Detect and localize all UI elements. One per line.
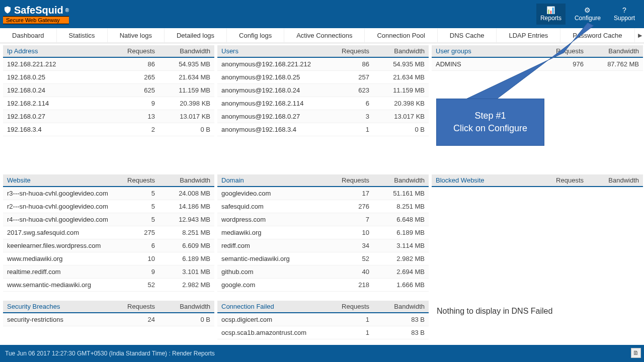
cell-bandwidth: 2.694 MB (369, 268, 425, 276)
cell-requests: 1 (324, 126, 369, 133)
cell-bandwidth: 87.762 MB (584, 60, 639, 68)
header-bandwidth: Bandwidth (584, 47, 639, 55)
table-row[interactable]: ocsp.sca1b.amazontrust.com183 B (217, 326, 429, 339)
cell-bandwidth: 8.251 MB (369, 203, 425, 210)
cell-bandwidth: 11.159 MB (155, 86, 210, 94)
tab-password-cache[interactable]: Password Cache (560, 29, 634, 42)
top-action-configure[interactable]: ⚙Configure (571, 4, 605, 25)
callout-box: Step #1 Click on Configure (436, 99, 544, 146)
top-action-label: Support (614, 15, 635, 22)
table-row[interactable]: realtime.rediff.com93.101 MB (3, 265, 214, 279)
panel-body: 192.168.221.2128654.935 MB192.168.0.2526… (3, 58, 214, 136)
cell-name: wordpress.com (221, 216, 324, 223)
table-row[interactable]: semantic-mediawiki.org522.982 MB (217, 252, 429, 265)
header-title: Users (221, 47, 324, 55)
table-row[interactable]: security-restrictions240 B (3, 313, 214, 326)
tab-dashboard[interactable]: Dashboard (0, 29, 57, 42)
tab-connection-pool[interactable]: Connection Pool (365, 29, 437, 42)
cell-requests: 7 (324, 216, 369, 223)
table-row[interactable]: 192.168.3.420 B (3, 123, 214, 136)
cell-requests: 9 (110, 268, 155, 276)
header-title: Blocked Website (436, 176, 538, 184)
cell-bandwidth: 24.008 MB (155, 190, 210, 197)
cell-name: rediff.com (221, 242, 324, 249)
table-row[interactable]: rediff.com343.114 MB (217, 239, 429, 252)
table-row[interactable]: github.com402.694 MB (217, 265, 429, 279)
cell-name: 192.168.2.114 (7, 100, 110, 107)
panel-breaches: Security BreachesRequestsBandwidthsecuri… (3, 301, 214, 339)
tab-config-logs[interactable]: Config logs (227, 29, 284, 42)
table-row[interactable]: keenlearner.files.wordpress.com66.609 MB (3, 239, 214, 252)
cell-bandwidth: 2.982 MB (369, 255, 425, 262)
panel-header: UsersRequestsBandwidth (217, 45, 429, 58)
table-row[interactable]: 192.168.2.114920.398 KB (3, 97, 214, 110)
table-row[interactable]: ocsp.digicert.com183 B (217, 313, 429, 326)
table-row[interactable]: 192.168.0.2462511.159 MB (3, 84, 214, 97)
table-row[interactable]: r2---sn-huoa-cvhl.googlevideo.com514.186… (3, 200, 214, 213)
cell-name: google.com (221, 281, 324, 289)
panel-blocked: Blocked WebsiteRequestsBandwidth (432, 174, 643, 298)
table-row[interactable]: r4---sn-huoa-cvhl.googlevideo.com512.943… (3, 213, 214, 226)
panel-header: Ip AddressRequestsBandwidth (3, 45, 214, 58)
cell-name: security-restrictions (7, 316, 110, 323)
top-action-reports[interactable]: 📊Reports (536, 4, 566, 25)
cell-bandwidth: 13.017 KB (369, 113, 425, 120)
header-requests: Requests (324, 176, 369, 184)
tab-ldap-entries[interactable]: LDAP Entries (497, 29, 560, 42)
table-row[interactable]: anonymous@192.168.221.2128654.935 MB (217, 58, 429, 71)
cell-name: googlevideo.com (221, 190, 324, 197)
cell-name: anonymous@192.168.3.4 (221, 126, 324, 133)
cell-requests: 5 (110, 216, 155, 223)
cell-name: 192.168.0.24 (7, 86, 110, 94)
callout-line2: Click on Configure (453, 123, 527, 134)
cell-bandwidth: 14.186 MB (155, 203, 210, 210)
table-row[interactable]: 192.168.0.2526521.634 MB (3, 71, 214, 84)
shield-icon (3, 6, 12, 15)
table-row[interactable]: anonymous@192.168.3.410 B (217, 123, 429, 136)
tabs-scroll-right[interactable]: ▶ (635, 32, 644, 39)
header-title: Ip Address (7, 47, 110, 55)
top-bar: SafeSquid® Secure Web Gateway 📊Reports⚙C… (0, 0, 644, 28)
table-row[interactable]: googlevideo.com1751.161 MB (217, 187, 429, 200)
table-row[interactable]: anonymous@192.168.0.2462311.159 MB (217, 84, 429, 97)
callout-line1: Step #1 (474, 111, 506, 121)
top-action-support[interactable]: ?Support (610, 4, 639, 25)
panel-body: security-restrictions240 B (3, 313, 214, 326)
panel-header: Blocked WebsiteRequestsBandwidth (432, 174, 643, 187)
header-requests: Requests (538, 176, 584, 184)
doc-icon[interactable]: 🗎 (631, 348, 641, 358)
header-bandwidth: Bandwidth (155, 47, 210, 55)
tab-detailed-logs[interactable]: Detailed logs (165, 29, 227, 42)
cell-requests: 40 (324, 268, 369, 276)
cell-bandwidth: 11.159 MB (369, 86, 425, 94)
cell-requests: 10 (324, 229, 369, 236)
table-row[interactable]: wordpress.com76.648 MB (217, 213, 429, 226)
tab-active-connections[interactable]: Active Connections (284, 29, 365, 42)
table-row[interactable]: anonymous@192.168.2.114620.398 KB (217, 97, 429, 110)
cell-requests: 52 (110, 281, 155, 289)
table-row[interactable]: mediawiki.org106.189 MB (217, 226, 429, 239)
panel-body: googlevideo.com1751.161 MBsafesquid.com2… (217, 187, 429, 292)
table-row[interactable]: 2017.swg.safesquid.com2758.251 MB (3, 226, 214, 239)
table-row[interactable]: r3---sn-huoa-cvhl.googlevideo.com524.008… (3, 187, 214, 200)
table-row[interactable]: 192.168.0.271313.017 KB (3, 110, 214, 123)
table-row[interactable]: google.com2181.666 MB (217, 279, 429, 292)
table-row[interactable]: anonymous@192.168.0.27313.017 KB (217, 110, 429, 123)
table-row[interactable]: www.mediawiki.org106.189 MB (3, 252, 214, 265)
table-row[interactable]: ADMINS97687.762 MB (432, 58, 643, 71)
tab-native-logs[interactable]: Native logs (108, 29, 165, 42)
cell-name: r4---sn-huoa-cvhl.googlevideo.com (7, 216, 110, 223)
panel-dnsfail: Nothing to display in DNS Failed (432, 301, 643, 339)
cell-name: 192.168.0.27 (7, 113, 110, 120)
cell-bandwidth: 12.943 MB (155, 216, 210, 223)
tab-statistics[interactable]: Statistics (57, 29, 108, 42)
table-row[interactable]: safesquid.com2768.251 MB (217, 200, 429, 213)
cell-requests: 218 (324, 281, 369, 289)
table-row[interactable]: 192.168.221.2128654.935 MB (3, 58, 214, 71)
panel-ip: Ip AddressRequestsBandwidth192.168.221.2… (3, 45, 214, 171)
panel-header: User groupsRequestsBandwidth (432, 45, 643, 58)
table-row[interactable]: www.semantic-mediawiki.org522.982 MB (3, 279, 214, 292)
table-row[interactable]: anonymous@192.168.0.2525721.634 MB (217, 71, 429, 84)
header-bandwidth: Bandwidth (369, 303, 425, 310)
tab-dns-cache[interactable]: DNS Cache (438, 29, 497, 42)
